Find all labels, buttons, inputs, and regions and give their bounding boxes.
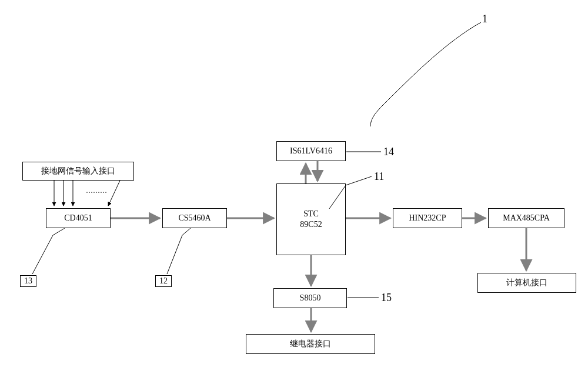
max485cpa-block: MAX485CPA [488,208,564,228]
callout-13: 13 [20,275,36,287]
stc89c52-block: STC 89C52 [276,183,346,255]
cd4051-block: CD4051 [46,208,111,228]
callout-12: 12 [155,275,172,287]
label: STC 89C52 [300,209,322,230]
label: 接地网信号输入接口 [41,166,115,176]
cs5460a-block: CS5460A [162,208,227,228]
ground-net-signal-input-interface: 接地网信号输入接口 [22,162,134,181]
label: MAX485CPA [503,213,550,223]
callout-15: 15 [381,292,392,304]
callout-1: 1 [482,13,487,25]
ellipsis: ……… [86,186,107,195]
label: CS5460A [178,213,211,223]
label: 继电器接口 [290,339,331,349]
computer-interface-block: 计算机接口 [477,273,576,293]
callout-14: 14 [383,146,394,158]
leader-1 [370,22,481,126]
label: 计算机接口 [506,278,547,288]
leader-13 [32,228,65,274]
leader-12 [167,228,191,274]
relay-interface-block: 继电器接口 [246,334,375,354]
label: HIN232CP [409,213,446,223]
is61lv6416-block: IS61LV6416 [276,141,346,161]
label: IS61LV6416 [290,146,332,156]
callout-11: 11 [374,171,384,183]
label: CD4051 [64,213,92,223]
input-multi-arrow [108,181,120,206]
hin232cp-block: HIN232CP [393,208,462,228]
s8050-block: S8050 [273,288,347,308]
label: S8050 [300,293,321,303]
